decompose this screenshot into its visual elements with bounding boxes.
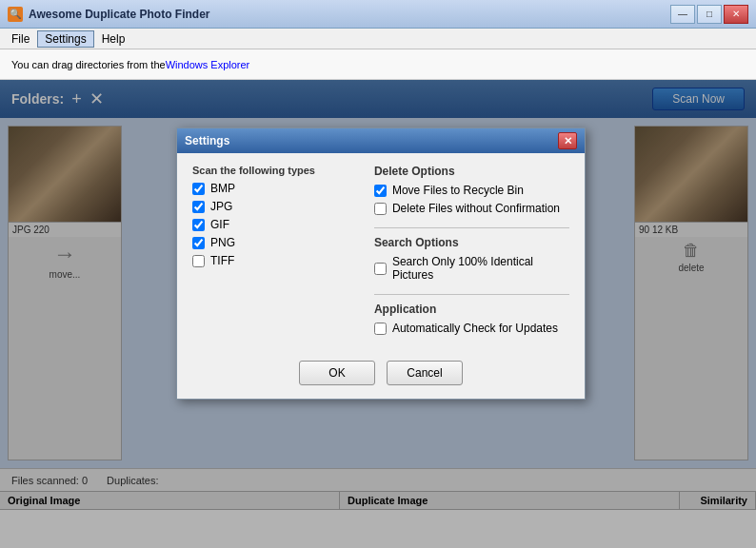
maximize-button[interactable]: □ [697, 5, 722, 24]
menu-settings[interactable]: Settings [37, 30, 93, 48]
divider-1 [374, 227, 569, 228]
gif-label: GIF [210, 218, 229, 231]
app-icon: 🔍 [8, 7, 23, 22]
identical-pictures-label: Search Only 100% Identical Pictures [392, 255, 569, 282]
info-bar: You can drag directories from the Window… [0, 49, 756, 80]
dialog-title: Settings [185, 134, 229, 147]
app-title: Awesome Duplicate Photo Finder [29, 8, 670, 21]
jpg-checkbox-row: JPG [192, 200, 355, 213]
menu-help[interactable]: Help [94, 30, 133, 48]
move-recycle-checkbox[interactable] [374, 185, 387, 197]
window-controls: — □ ✕ [670, 5, 748, 24]
scan-types-section: Scan the following types BMP JPG GIF [192, 165, 355, 340]
dialog-body: Scan the following types BMP JPG GIF [177, 153, 585, 351]
dialog-titlebar: Settings ✕ [177, 128, 585, 153]
dialog-close-button[interactable]: ✕ [558, 132, 577, 149]
gif-checkbox[interactable] [192, 219, 205, 231]
gif-checkbox-row: GIF [192, 218, 355, 231]
tiff-checkbox-row: TIFF [192, 254, 355, 267]
minimize-button[interactable]: — [670, 5, 695, 24]
scan-types-label: Scan the following types [192, 165, 355, 176]
tiff-label: TIFF [210, 254, 234, 267]
auto-check-updates-label: Automatically Check for Updates [392, 322, 558, 335]
identical-pictures-checkbox[interactable] [374, 263, 387, 275]
identical-pictures-checkbox-row: Search Only 100% Identical Pictures [374, 255, 569, 282]
png-checkbox[interactable] [192, 237, 205, 249]
divider-2 [374, 294, 569, 295]
auto-check-updates-checkbox-row: Automatically Check for Updates [374, 322, 569, 335]
search-options-title: Search Options [374, 236, 569, 249]
cancel-button[interactable]: Cancel [387, 361, 463, 385]
right-options-section: Delete Options Move Files to Recycle Bin… [374, 165, 569, 340]
delete-no-confirm-label: Delete Files without Confirmation [392, 202, 560, 215]
title-bar: 🔍 Awesome Duplicate Photo Finder — □ ✕ [0, 0, 756, 29]
png-label: PNG [210, 236, 235, 249]
menu-bar: File Settings Help [0, 29, 756, 49]
ok-button[interactable]: OK [299, 361, 375, 385]
main-area: Folders: + ✕ Scan Now JPG 220 → move... [0, 80, 756, 548]
application-title: Application [374, 303, 569, 316]
menu-file[interactable]: File [4, 30, 37, 48]
auto-check-updates-checkbox[interactable] [374, 323, 387, 335]
bmp-checkbox[interactable] [192, 183, 205, 195]
move-recycle-label: Move Files to Recycle Bin [392, 184, 524, 197]
jpg-checkbox[interactable] [192, 201, 205, 213]
png-checkbox-row: PNG [192, 236, 355, 249]
tiff-checkbox[interactable] [192, 255, 205, 267]
windows-explorer-link[interactable]: Windows Explorer [166, 59, 250, 70]
bmp-label: BMP [210, 182, 235, 195]
delete-no-confirm-checkbox[interactable] [374, 203, 387, 215]
delete-options-title: Delete Options [374, 165, 569, 178]
bmp-checkbox-row: BMP [192, 182, 355, 195]
jpg-label: JPG [210, 200, 232, 213]
dialog-footer: OK Cancel [177, 351, 585, 399]
settings-dialog: Settings ✕ Scan the following types BMP [176, 127, 586, 400]
close-button[interactable]: ✕ [724, 5, 748, 24]
move-recycle-checkbox-row: Move Files to Recycle Bin [374, 184, 569, 197]
modal-overlay: Settings ✕ Scan the following types BMP [0, 80, 756, 548]
info-text: You can drag directories from the [11, 59, 166, 70]
delete-no-confirm-checkbox-row: Delete Files without Confirmation [374, 202, 569, 215]
